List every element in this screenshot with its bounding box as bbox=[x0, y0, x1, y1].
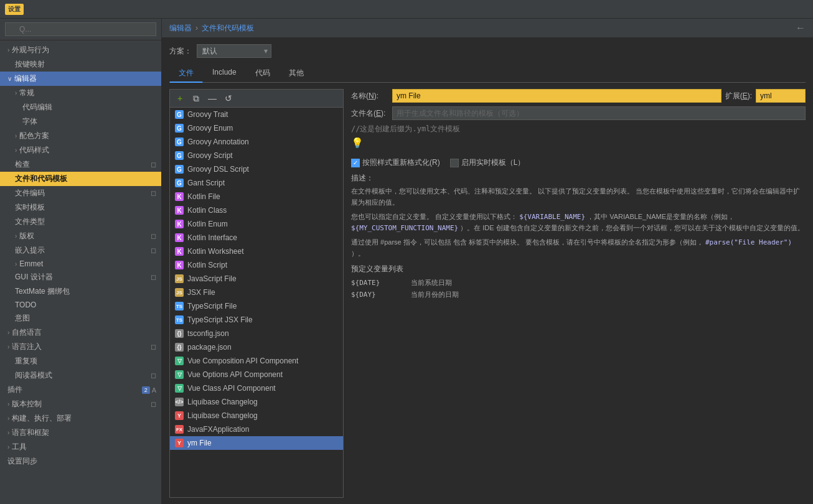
name-input[interactable] bbox=[392, 89, 721, 103]
list-item-kotlin-enum[interactable]: K Kotlin Enum bbox=[170, 217, 343, 231]
list-item-tsconfig[interactable]: {} tsconfig.json bbox=[170, 327, 343, 340]
list-item-groovy-enum[interactable]: G Groovy Enum bbox=[170, 121, 343, 135]
sidebar-item-inspections[interactable]: 检查 ◻ bbox=[0, 157, 161, 172]
list-item-kotlin-script[interactable]: K Kotlin Script bbox=[170, 258, 343, 272]
list-item-vue-class[interactable]: ▽ Vue Class API Component bbox=[170, 381, 343, 395]
predefined-key: ${DAY} bbox=[351, 289, 401, 301]
sidebar-item-copyright[interactable]: › 版权 ◻ bbox=[0, 229, 161, 243]
list-item-vue-composition[interactable]: ▽ Vue Composition API Component bbox=[170, 354, 343, 368]
sidebar-item-intention[interactable]: 意图 bbox=[0, 311, 161, 325]
list-item-kotlin-interface[interactable]: K Kotlin Interface bbox=[170, 231, 343, 245]
sidebar-item-label: 代码样式 bbox=[19, 145, 156, 156]
add-template-button[interactable]: + bbox=[172, 91, 187, 105]
desc-title: 描述： bbox=[351, 173, 806, 184]
sidebar-item-keymap[interactable]: 按键映射 bbox=[0, 57, 161, 72]
sidebar-item-appearance[interactable]: › 外观与行为 bbox=[0, 43, 161, 57]
list-item-groovy-trait[interactable]: G Groovy Trait bbox=[170, 108, 343, 121]
kotlin-icon: K bbox=[175, 192, 184, 201]
vue-icon: ▽ bbox=[175, 370, 184, 379]
scheme-label: 方案： bbox=[169, 46, 192, 57]
sidebar-item-label: GUI 设计器 bbox=[15, 272, 151, 282]
sidebar-item-todo[interactable]: TODO bbox=[0, 299, 161, 311]
groovy-icon: G bbox=[175, 124, 184, 133]
sidebar-item-label: 意图 bbox=[15, 313, 156, 324]
sidebar-item-general[interactable]: › 常规 bbox=[0, 86, 161, 100]
list-item-liquibase-xml[interactable]: </> Liquibase Changelog bbox=[170, 395, 343, 409]
list-item-groovy-script[interactable]: G Groovy Script bbox=[170, 149, 343, 162]
sidebar-item-label: 工具 bbox=[12, 442, 156, 452]
list-item-typescript-file[interactable]: TS TypeScript File bbox=[170, 299, 343, 313]
copy-template-button[interactable]: ⧉ bbox=[189, 91, 204, 105]
sidebar-item-plugins[interactable]: 插件 2 A bbox=[0, 383, 161, 397]
list-item-javafx[interactable]: FX JavaFXApplication bbox=[170, 422, 343, 436]
sidebar-item-live-templates[interactable]: 实时模板 bbox=[0, 200, 161, 215]
list-item-vue-options[interactable]: ▽ Vue Options API Component bbox=[170, 368, 343, 381]
template-hint: 💡 bbox=[351, 137, 806, 149]
list-item-kotlin-worksheet[interactable]: K Kotlin Worksheet bbox=[170, 245, 343, 258]
list-item-gant-script[interactable]: G Gant Script bbox=[170, 176, 343, 190]
sidebar-item-file-code-templates[interactable]: 文件和代码模板 bbox=[0, 172, 161, 186]
sidebar-item-gui-designer[interactable]: GUI 设计器 ◻ bbox=[0, 270, 161, 284]
sidebar-item-font[interactable]: 字体 bbox=[0, 114, 161, 129]
sidebar-item-version-control[interactable]: › 版本控制 ◻ bbox=[0, 397, 161, 411]
list-item-ym-file[interactable]: Y ym File bbox=[170, 436, 343, 450]
header-nav: ← bbox=[796, 22, 806, 34]
back-button[interactable]: ← bbox=[796, 22, 806, 34]
scheme-row: 方案： 默认 项目 ▾ bbox=[169, 44, 806, 58]
list-item-kotlin-class[interactable]: K Kotlin Class bbox=[170, 203, 343, 217]
sidebar: 🔍 › 外观与行为 按键映射 ∨ 编辑器 › 常规 代码编辑 bbox=[0, 19, 162, 504]
list-item-groovy-dsl[interactable]: G Groovy DSL Script bbox=[170, 162, 343, 176]
list-item-liquibase-yaml[interactable]: Y Liquibase Changelog bbox=[170, 409, 343, 422]
sidebar-item-label: 字体 bbox=[22, 116, 156, 127]
sidebar-item-label: 设置同步 bbox=[7, 456, 156, 467]
sidebar-item-reader-mode[interactable]: 阅读器模式 ◻ bbox=[0, 368, 161, 383]
ext-label: 扩展(E): bbox=[725, 91, 752, 101]
file-name-input[interactable] bbox=[392, 106, 806, 120]
search-input[interactable] bbox=[5, 22, 156, 36]
list-item-package-json[interactable]: {} package.json bbox=[170, 340, 343, 354]
sidebar-item-language-injection[interactable]: › 语言注入 ◻ bbox=[0, 340, 161, 354]
sidebar-item-color-scheme[interactable]: › 配色方案 bbox=[0, 129, 161, 143]
sidebar-item-file-encoding[interactable]: 文件编码 ◻ bbox=[0, 186, 161, 200]
sidebar-item-editor[interactable]: ∨ 编辑器 bbox=[0, 72, 161, 86]
sidebar-item-settings-sync[interactable]: 设置同步 bbox=[0, 454, 161, 469]
settings-icon: ◻ bbox=[151, 246, 156, 254]
tab-code[interactable]: 代码 bbox=[246, 64, 280, 83]
breadcrumb-parent[interactable]: 编辑器 bbox=[169, 23, 192, 34]
expand-arrow: › bbox=[15, 133, 17, 139]
expand-arrow: › bbox=[7, 444, 9, 450]
sidebar-item-tools[interactable]: › 工具 bbox=[0, 440, 161, 454]
tab-include[interactable]: Include bbox=[203, 64, 246, 83]
ts-icon: TS bbox=[175, 302, 184, 310]
reset-template-button[interactable]: ↺ bbox=[221, 91, 236, 105]
sidebar-item-label: 文件和代码模板 bbox=[15, 174, 156, 184]
sidebar-item-proofreading[interactable]: 重复项 bbox=[0, 354, 161, 368]
tab-files[interactable]: 文件 bbox=[169, 64, 203, 83]
list-item-javascript-file[interactable]: JS JavaScript File bbox=[170, 272, 343, 286]
sidebar-item-code-style[interactable]: › 代码样式 bbox=[0, 143, 161, 157]
ext-input[interactable] bbox=[756, 89, 806, 103]
sidebar-item-inlay-hints[interactable]: 嵌入提示 ◻ bbox=[0, 243, 161, 258]
expand-arrow: › bbox=[7, 429, 9, 436]
live-template-checkbox[interactable]: 启用实时模板（L） bbox=[450, 157, 525, 168]
sidebar-item-build-exec[interactable]: › 构建、执行、部署 bbox=[0, 411, 161, 426]
sidebar-item-emmet[interactable]: › Emmet bbox=[0, 258, 161, 270]
tab-other[interactable]: 其他 bbox=[280, 64, 313, 83]
list-item-label: JSX File bbox=[187, 288, 215, 297]
settings-icon: ◻ bbox=[151, 232, 156, 240]
list-item-groovy-annotation[interactable]: G Groovy Annotation bbox=[170, 135, 343, 149]
remove-template-button[interactable]: — bbox=[205, 91, 220, 105]
list-item-jsx-file[interactable]: JS JSX File bbox=[170, 286, 343, 299]
sidebar-item-natural-language[interactable]: › 自然语言 bbox=[0, 325, 161, 340]
sidebar-item-file-types[interactable]: 文件类型 bbox=[0, 215, 161, 229]
sidebar-item-textmate[interactable]: TextMate 捆绑包 bbox=[0, 284, 161, 299]
reformat-checkbox[interactable]: ✓ 按照样式重新格式化(R) bbox=[351, 157, 440, 168]
sidebar-item-label: 构建、执行、部署 bbox=[12, 413, 156, 424]
list-item-typescript-jsx[interactable]: TS TypeScript JSX File bbox=[170, 313, 343, 327]
scheme-select[interactable]: 默认 项目 bbox=[197, 44, 271, 58]
sidebar-item-code-editing[interactable]: 代码编辑 bbox=[0, 100, 161, 114]
list-item-kotlin-file[interactable]: K Kotlin File bbox=[170, 190, 343, 203]
sidebar-item-label: 文件编码 bbox=[15, 188, 151, 198]
sidebar-item-lang-framework[interactable]: › 语言和框架 bbox=[0, 426, 161, 440]
settings-icon: ◻ bbox=[151, 343, 156, 351]
